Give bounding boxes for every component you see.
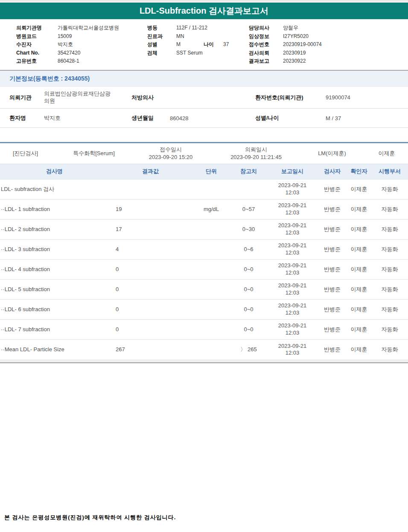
header-field-label: 의뢰기관명 bbox=[16, 24, 58, 32]
basic-info-row: 환자명 박지호 생년월일 860428 성별/나이 M / 37 bbox=[0, 109, 408, 128]
table-row: ··LDL- 3 subfraction 4 0~6 2023-09-21 12… bbox=[0, 239, 408, 259]
result-value: 0 bbox=[109, 299, 192, 319]
header-field-value: 20230919-00074 bbox=[283, 40, 322, 49]
department-name: 자동화 bbox=[371, 319, 408, 339]
department-name: 자동화 bbox=[371, 219, 408, 239]
patient-header-right-column: 담당의사양철우임상정보I27YR5020접수번호20230919-00074검사… bbox=[248, 24, 408, 66]
header-field: 수진자박지호 bbox=[16, 40, 147, 49]
reference-range: 0~0 bbox=[230, 279, 267, 299]
table-row: ··LDL- 5 subfraction 0 0~0 2023-09-21 12… bbox=[0, 279, 408, 299]
field-label: 생년월일 bbox=[131, 109, 170, 128]
order-doctor: LM(이제훈) bbox=[299, 150, 365, 157]
receipt-datetime: 접수일시 2023-09-20 15:20 bbox=[128, 146, 213, 161]
report-datetime: 2023-09-21 12:03 bbox=[267, 219, 318, 239]
order-confirmer: 이제훈 bbox=[365, 150, 408, 157]
column-header-unit: 단위 bbox=[192, 164, 230, 179]
tester-name: 반병준 bbox=[318, 179, 347, 199]
tester-name: 반병준 bbox=[318, 279, 347, 299]
reference-range: 0~57 bbox=[230, 199, 267, 219]
report-time: 12:03 bbox=[267, 269, 318, 276]
header-field-value: SST Serum bbox=[176, 49, 204, 58]
result-unit bbox=[192, 319, 230, 339]
report-datetime: 2023-09-21 12:03 bbox=[267, 259, 318, 279]
result-value bbox=[109, 179, 192, 199]
tester-name: 반병준 bbox=[318, 259, 347, 279]
header-field-label: Chart No. bbox=[16, 49, 58, 58]
header-field-label: 병동 bbox=[147, 24, 176, 32]
header-field-label: 접수번호 bbox=[249, 40, 283, 49]
department-name: 자동화 bbox=[371, 179, 408, 199]
report-title-bar: LDL-Subfraction 검사결과보고서 bbox=[0, 3, 408, 19]
header-field-label: 병원코드 bbox=[16, 32, 58, 41]
column-header-report-dt: 보고일시 bbox=[267, 164, 318, 179]
department-name: 자동화 bbox=[371, 199, 408, 219]
department-name: 자동화 bbox=[371, 279, 408, 299]
basic-info-section-header: 기본정보(등록번호 : 2434055) bbox=[0, 71, 408, 87]
header-field-label: 진료과 bbox=[147, 32, 176, 41]
tester-name: 반병준 bbox=[318, 239, 347, 259]
outsourcing-disclaimer: 본 검사는 은평성모병원(진검)에 재위탁하여 시행한 검사입니다. bbox=[0, 514, 408, 521]
result-unit bbox=[192, 219, 230, 239]
request-label: 의뢰일시 bbox=[213, 146, 299, 153]
patient-header-left-column: 의뢰기관명가톨릭대학교서울성모병원병원코드15009수진자박지호Chart No… bbox=[0, 24, 147, 66]
header-field-label: 결과보고 bbox=[249, 57, 283, 66]
header-field-label: 나이 bbox=[204, 40, 223, 49]
test-name: ··LDL- 3 subfraction bbox=[0, 239, 109, 259]
tester-name: 반병준 bbox=[318, 199, 347, 219]
results-tbody: LDL- subfraction 검사 2023-09-21 12:03 반병준… bbox=[0, 179, 408, 359]
header-field-label: 임상정보 bbox=[249, 32, 283, 41]
test-name: ··LDL- 4 subfraction bbox=[0, 259, 109, 279]
header-field: 결과보고20230922 bbox=[249, 57, 408, 66]
reference-range: 0~0 bbox=[230, 259, 267, 279]
basic-info-row: 의뢰기관 의료법인삼광의료재단삼광의원 처방의사 환자번호(의뢰기관) 9190… bbox=[0, 87, 408, 109]
results-table: 검사명 결과값 단위 참고치 보고일시 검사자 확인자 시행부서 LDL- su… bbox=[0, 164, 408, 359]
report-datetime: 2023-09-21 12:03 bbox=[267, 179, 318, 199]
report-date: 2023-09-21 bbox=[267, 282, 318, 289]
table-bottom-strip bbox=[0, 359, 408, 363]
result-value: 17 bbox=[109, 219, 192, 239]
column-header-test-name: 검사명 bbox=[0, 164, 109, 179]
table-row: ··Mean LDL- Particle Size 267 〉 265 2023… bbox=[0, 339, 408, 359]
test-name: LDL- subfraction 검사 bbox=[0, 179, 109, 199]
department-name: 자동화 bbox=[371, 239, 408, 259]
header-field-value: 20230922 bbox=[283, 57, 306, 66]
column-header-confirmer: 확인자 bbox=[347, 164, 371, 179]
page-title: LDL-Subfraction 검사결과보고서 bbox=[140, 5, 268, 17]
report-datetime: 2023-09-21 12:03 bbox=[267, 299, 318, 319]
header-field-value: 35427420 bbox=[58, 49, 80, 58]
field-label: 환자명 bbox=[0, 109, 44, 128]
department-name: 자동화 bbox=[371, 299, 408, 319]
header-field: 의뢰기관명가톨릭대학교서울성모병원 bbox=[16, 24, 147, 32]
confirmer-name: 이제훈 bbox=[347, 319, 371, 339]
header-field: 담당의사양철우 bbox=[249, 24, 408, 32]
result-value: 4 bbox=[109, 239, 192, 259]
result-value: 0 bbox=[109, 319, 192, 339]
report-time: 12:03 bbox=[267, 209, 318, 216]
report-date: 2023-09-21 bbox=[267, 182, 318, 189]
order-test-group: 특수화학[Serum] bbox=[60, 150, 128, 157]
header-field-value: 112F / 11-212 bbox=[176, 24, 207, 32]
report-date: 2023-09-21 bbox=[267, 242, 318, 249]
confirmer-name: 이제훈 bbox=[347, 199, 371, 219]
tester-name: 반병준 bbox=[318, 319, 347, 339]
confirmer-name: 이제훈 bbox=[347, 239, 371, 259]
tester-name: 반병준 bbox=[318, 219, 347, 239]
result-unit bbox=[192, 299, 230, 319]
field-label: 의뢰기관 bbox=[0, 87, 44, 109]
spacer bbox=[0, 128, 408, 142]
column-header-result: 결과값 bbox=[109, 164, 192, 179]
confirmer-name: 이제훈 bbox=[347, 299, 371, 319]
result-unit bbox=[192, 339, 230, 359]
order-category: [진단검사] bbox=[0, 150, 60, 157]
header-field-label: 수진자 bbox=[16, 40, 58, 49]
header-field-label: 담당의사 bbox=[249, 24, 283, 32]
report-date: 2023-09-21 bbox=[267, 262, 318, 269]
confirmer-name: 이제훈 bbox=[347, 339, 371, 359]
report-time: 12:03 bbox=[267, 350, 318, 356]
header-field: 병동112F / 11-212 bbox=[147, 24, 248, 32]
order-summary-row: [진단검사] 특수화학[Serum] 접수일시 2023-09-20 15:20… bbox=[0, 143, 408, 164]
test-name: ··LDL- 7 subfraction bbox=[0, 319, 109, 339]
report-date: 2023-09-21 bbox=[267, 202, 318, 209]
header-field-value: I27YR5020 bbox=[283, 32, 309, 41]
header-field: 고유번호860428-1 bbox=[16, 57, 147, 66]
